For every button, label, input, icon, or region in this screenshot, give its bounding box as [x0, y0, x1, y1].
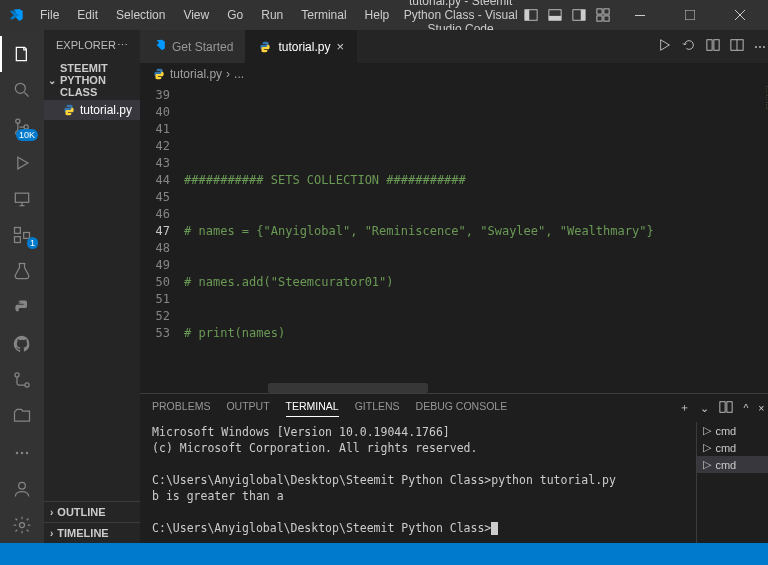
python-file-icon	[258, 40, 272, 54]
tab-tutorial-py[interactable]: tutorial.py ×	[246, 30, 357, 63]
line-number: 45	[140, 189, 170, 206]
scm-badge: 10K	[16, 129, 38, 141]
code-editor[interactable]: 39 40 41 42 43 44 45 46 47 48 49 50 51 5…	[140, 85, 768, 393]
main-menu: File Edit Selection View Go Run Terminal…	[32, 4, 397, 26]
panel-tab-problems[interactable]: PROBLEMS	[152, 400, 210, 416]
line-number: 51	[140, 291, 170, 308]
terminal-line: C:\Users\Anyiglobal\Desktop\Steemit Pyth…	[152, 473, 616, 487]
split-icon[interactable]	[706, 38, 720, 55]
explorer-activity-icon[interactable]	[0, 36, 44, 72]
tab-get-started[interactable]: Get Started	[140, 30, 246, 63]
chevron-down-icon: ⌄	[48, 75, 56, 86]
minimap[interactable]: ########### SETS COLLECTION ########### …	[716, 85, 768, 393]
extensions-activity-icon[interactable]: 1	[0, 217, 44, 253]
layout-toggle-right-icon[interactable]	[572, 8, 586, 22]
minimize-button[interactable]	[620, 0, 660, 30]
maximize-button[interactable]	[670, 0, 710, 30]
settings-activity-icon[interactable]	[0, 507, 44, 543]
search-activity-icon[interactable]	[0, 72, 44, 108]
panel-tab-debug[interactable]: DEBUG CONSOLE	[416, 400, 508, 416]
gitlens-activity-icon[interactable]	[0, 362, 44, 398]
testing-activity-icon[interactable]	[0, 253, 44, 289]
layout-icon[interactable]	[730, 38, 744, 55]
svg-point-28	[15, 373, 19, 377]
split-terminal-icon[interactable]	[719, 400, 733, 416]
terminal-line: C:\Users\Anyiglobal\Desktop\Steemit Pyth…	[152, 521, 491, 535]
code-content[interactable]: ########### SETS COLLECTION ########### …	[184, 85, 768, 393]
svg-rect-41	[727, 402, 732, 413]
svg-marker-19	[18, 157, 28, 169]
close-panel-icon[interactable]: ×	[758, 402, 764, 414]
breadcrumb-more: ...	[234, 67, 244, 81]
horizontal-scrollbar[interactable]	[228, 383, 716, 393]
svg-rect-9	[604, 16, 609, 21]
menu-file[interactable]: File	[32, 4, 67, 26]
run-debug-activity-icon[interactable]	[0, 145, 44, 181]
line-number: 41	[140, 121, 170, 138]
terminal-body: Microsoft Windows [Version 10.0.19044.17…	[140, 422, 768, 543]
project-activity-icon[interactable]	[0, 398, 44, 434]
new-terminal-icon[interactable]: ＋	[679, 401, 690, 415]
timeline-label: TIMELINE	[57, 527, 108, 539]
panel-tab-terminal[interactable]: TERMINAL	[286, 400, 339, 417]
python-file-icon	[62, 103, 76, 117]
terminal-instance[interactable]: ▷cmd	[697, 422, 768, 439]
line-number: 44	[140, 172, 170, 189]
status-bar[interactable]	[0, 543, 768, 565]
line-number: 46	[140, 206, 170, 223]
undo-icon[interactable]	[682, 38, 696, 55]
run-icon[interactable]	[658, 38, 672, 55]
terminal-content[interactable]: Microsoft Windows [Version 10.0.19044.17…	[140, 422, 696, 543]
menu-selection[interactable]: Selection	[108, 4, 173, 26]
menu-run[interactable]: Run	[253, 4, 291, 26]
source-control-activity-icon[interactable]: 10K	[0, 108, 44, 144]
line-number: 42	[140, 138, 170, 155]
code-line: ########### SETS COLLECTION ###########	[184, 173, 466, 187]
explorer-folder-header[interactable]: ⌄ STEEMIT PYTHON CLASS	[44, 60, 140, 100]
maximize-panel-icon[interactable]: ^	[743, 402, 748, 414]
timeline-section[interactable]: › TIMELINE	[44, 522, 140, 543]
layout-toggle-bottom-icon[interactable]	[548, 8, 562, 22]
menu-view[interactable]: View	[175, 4, 217, 26]
layout-toggle-left-icon[interactable]	[524, 8, 538, 22]
menu-terminal[interactable]: Terminal	[293, 4, 354, 26]
vscode-icon	[152, 38, 166, 55]
more-activity-icon[interactable]	[0, 434, 44, 470]
panel-tab-output[interactable]: OUTPUT	[226, 400, 269, 416]
terminal-dropdown-icon[interactable]: ⌄	[700, 402, 709, 414]
explorer-header: EXPLORER ⋯	[44, 30, 140, 60]
more-icon[interactable]: ⋯	[754, 40, 766, 54]
file-tutorial-py[interactable]: tutorial.py	[44, 100, 140, 120]
line-number: 47	[140, 223, 170, 240]
explorer-more-icon[interactable]: ⋯	[117, 39, 128, 52]
editor-actions: ⋯	[648, 30, 768, 63]
svg-point-33	[19, 482, 26, 489]
line-number: 53	[140, 325, 170, 342]
remote-activity-icon[interactable]	[0, 181, 44, 217]
terminal-instance[interactable]: ▷cmd	[697, 456, 768, 473]
customize-layout-icon[interactable]	[596, 8, 610, 22]
menu-help[interactable]: Help	[357, 4, 398, 26]
terminal-list: ▷cmd ▷cmd ▷cmd	[696, 422, 768, 543]
menu-go[interactable]: Go	[219, 4, 251, 26]
menu-edit[interactable]: Edit	[69, 4, 106, 26]
terminal-name: cmd	[715, 425, 736, 437]
python-file-icon	[152, 67, 166, 81]
panel-tab-gitlens[interactable]: GITLENS	[355, 400, 400, 416]
outline-section[interactable]: › OUTLINE	[44, 501, 140, 522]
python-activity-icon[interactable]	[0, 290, 44, 326]
chevron-right-icon: ›	[50, 507, 53, 518]
account-activity-icon[interactable]	[0, 471, 44, 507]
github-activity-icon[interactable]	[0, 326, 44, 362]
code-line: # print(names)	[184, 326, 285, 340]
line-number: 48	[140, 240, 170, 257]
tab-close-icon[interactable]: ×	[336, 39, 344, 54]
breadcrumb-sep: ›	[226, 67, 230, 81]
breadcrumb[interactable]: tutorial.py › ...	[140, 63, 768, 85]
terminal-icon: ▷	[703, 424, 711, 437]
svg-rect-7	[604, 9, 609, 14]
terminal-instance[interactable]: ▷cmd	[697, 439, 768, 456]
close-button[interactable]	[720, 0, 760, 30]
svg-point-32	[26, 451, 29, 454]
line-number: 43	[140, 155, 170, 172]
